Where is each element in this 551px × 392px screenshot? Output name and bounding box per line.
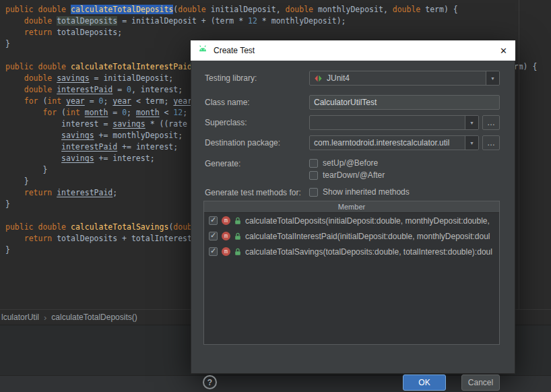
superclass-browse-button[interactable]: … (482, 115, 500, 130)
help-button[interactable]: ? (203, 375, 217, 389)
setup-checkbox-row[interactable]: setUp/@Before (309, 158, 378, 168)
breadcrumb-method[interactable]: calculateTotalDeposits() (51, 313, 137, 322)
method-signature: calculateTotalSavings(totalDeposits:doub… (245, 247, 492, 257)
cancel-button[interactable]: Cancel (461, 374, 500, 391)
member-table: Member m calculateTotalDeposits(initialD… (203, 201, 500, 345)
superclass-label: Superclass: (205, 118, 247, 127)
breadcrumb-class[interactable]: lculatorUtil (1, 313, 39, 322)
show-inherited-checkbox-label: Show inherited methods (323, 187, 410, 197)
class-name-label: Class name: (205, 98, 250, 107)
ok-button[interactable]: OK (403, 374, 446, 391)
dialog-body: Testing library: JUnit4 ▼ Class name: Su… (191, 61, 515, 374)
show-inherited-checkbox[interactable] (309, 188, 318, 197)
editor-margin-guide (519, 0, 519, 309)
public-lock-icon (234, 232, 241, 240)
public-lock-icon (234, 217, 241, 225)
ide-window: public double calculateTotalDeposits(dou… (0, 0, 551, 392)
row-checkbox[interactable] (209, 247, 218, 256)
destination-package-label: Destination package: (205, 138, 280, 148)
member-table-header[interactable]: Member (204, 201, 499, 213)
setup-checkbox-label: setUp/@Before (323, 158, 378, 168)
dialog-title: Create Test (214, 46, 255, 55)
method-icon: m (222, 247, 230, 256)
table-row[interactable]: m calculateTotalInterestPaid(initialDepo… (204, 228, 499, 244)
destination-package-browse-button[interactable]: … (482, 135, 500, 150)
table-row[interactable]: m calculateTotalSavings(totalDeposits:do… (204, 244, 499, 259)
teardown-checkbox-row[interactable]: tearDown/@After (309, 170, 385, 181)
public-lock-icon (234, 248, 241, 256)
setup-checkbox[interactable] (309, 159, 318, 168)
chevron-down-icon[interactable]: ▼ (465, 136, 478, 150)
close-icon[interactable]: ✕ (500, 46, 507, 55)
testing-library-combo[interactable]: JUnit4 ▼ (309, 71, 500, 86)
method-icon: m (222, 216, 230, 225)
show-inherited-checkbox-row[interactable]: Show inherited methods (309, 187, 410, 197)
chevron-down-icon[interactable]: ▼ (486, 71, 499, 85)
row-checkbox[interactable] (209, 232, 218, 240)
android-icon (197, 44, 208, 57)
chevron-down-icon[interactable]: ▼ (465, 116, 478, 129)
testing-library-value: JUnit4 (327, 73, 350, 83)
method-icon: m (222, 232, 230, 240)
teardown-checkbox-label: tearDown/@After (323, 170, 385, 180)
superclass-combo[interactable]: ▼ (309, 115, 479, 130)
table-row[interactable]: m calculateTotalDeposits(initialDeposit:… (204, 213, 499, 228)
method-signature: calculateTotalDeposits(initialDeposit:do… (245, 216, 490, 226)
teardown-checkbox[interactable] (309, 171, 318, 180)
testing-library-label: Testing library: (205, 73, 257, 83)
class-name-input[interactable] (309, 95, 500, 110)
junit-icon (314, 74, 323, 83)
destination-package-combo[interactable]: com.learntodroid.interestcalculator.util… (309, 135, 479, 150)
breadcrumb-chevron-icon: › (44, 313, 46, 323)
destination-package-value: com.learntodroid.interestcalculator.util (314, 138, 449, 148)
dialog-titlebar[interactable]: Create Test ✕ (191, 40, 515, 61)
create-test-dialog: Create Test ✕ Testing library: JUnit4 ▼ … (191, 40, 515, 374)
generate-methods-label: Generate test methods for: (205, 188, 301, 197)
method-signature: calculateTotalInterestPaid(initialDeposi… (245, 232, 490, 241)
generate-label: Generate: (205, 159, 240, 168)
row-checkbox[interactable] (209, 216, 218, 225)
